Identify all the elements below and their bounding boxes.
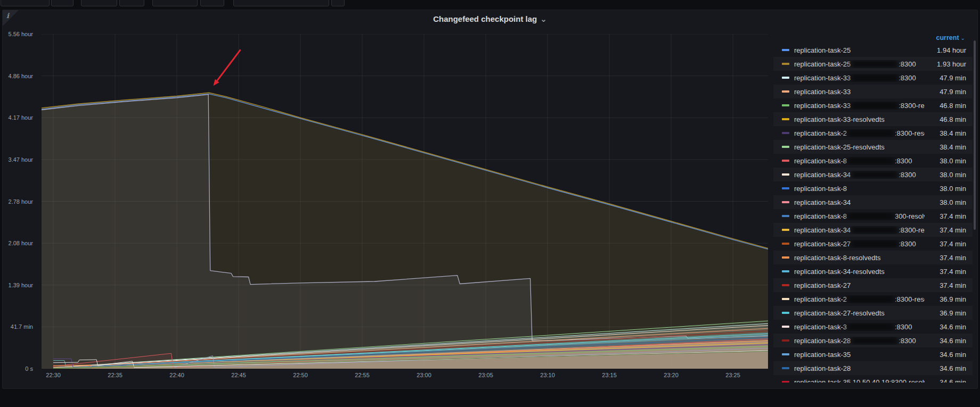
toolbar-box[interactable]: [152, 0, 198, 6]
toolbar-box[interactable]: [119, 0, 144, 6]
toolbar-box[interactable]: [51, 0, 74, 6]
y-tick-label: 4.86 hour: [9, 73, 33, 79]
legend-swatch[interactable]: [782, 173, 789, 176]
legend-swatch[interactable]: [782, 63, 789, 65]
legend-swatch[interactable]: [782, 270, 789, 272]
legend-row[interactable]: replication-task-28:830034.6 min: [773, 334, 973, 347]
legend-row[interactable]: replication-task-33-resolvedts46.8 min: [773, 112, 973, 126]
legend-swatch[interactable]: [782, 201, 789, 203]
legend-swatch[interactable]: [782, 229, 789, 231]
legend-row[interactable]: replication-task-838.0 min: [773, 181, 973, 195]
legend-row[interactable]: replication-task-2834.6 min: [773, 361, 973, 375]
legend-swatch[interactable]: [782, 118, 789, 120]
legend-row[interactable]: replication-task-3347.9 min: [773, 85, 973, 98]
legend-swatch[interactable]: [782, 284, 789, 286]
legend-series-name: replication-task-28: [794, 364, 925, 372]
legend-row[interactable]: replication-task-3534.6 min: [773, 347, 973, 361]
legend-row[interactable]: replication-task-27-resolvedts36.9 min: [773, 306, 973, 320]
legend-current-value: 36.9 min: [925, 309, 966, 317]
legend-row[interactable]: replication-task-34-resolvedts37.4 min: [773, 264, 973, 278]
legend-current-value: 38.0 min: [925, 171, 966, 179]
legend-series-name: replication-task-25: [794, 46, 925, 54]
y-tick-label: 4.17 hour: [9, 114, 33, 121]
legend-series-name: replication-task-2:8300-resolvedts: [794, 129, 925, 137]
legend-row[interactable]: replication-task-3:830034.6 min: [773, 320, 973, 334]
legend-row[interactable]: replication-task-8:830038.0 min: [773, 154, 973, 168]
legend-current-value: 1.93 hour: [925, 60, 966, 68]
legend-scrollbar[interactable]: [974, 40, 976, 230]
legend-current-value: 37.4 min: [925, 240, 966, 248]
legend-current-value: 34.6 min: [925, 378, 966, 383]
redacted-blur: [851, 240, 898, 248]
legend-swatch[interactable]: [782, 381, 789, 383]
legend-swatch[interactable]: [782, 215, 789, 217]
legend-swatch[interactable]: [782, 160, 789, 162]
x-tick-label: 22:45: [227, 372, 250, 378]
legend-series-name: replication-task-3:8300: [794, 323, 925, 331]
legend-rows: replication-task-251.94 hourreplication-…: [773, 43, 973, 383]
legend-row[interactable]: replication-task-25:83001.93 hour: [773, 57, 973, 71]
legend-swatch[interactable]: [782, 49, 789, 51]
legend-series-name: replication-task-33:8300-resolvedts: [794, 102, 925, 110]
legend-swatch[interactable]: [782, 146, 789, 148]
legend-series-name: replication-task-27:8300: [794, 240, 925, 248]
x-tick-label: 23:00: [412, 372, 436, 378]
toolbar-box[interactable]: [233, 0, 329, 6]
toolbar-box[interactable]: [81, 0, 117, 6]
legend-row[interactable]: replication-task-8-resolvedts37.4 min: [773, 251, 973, 264]
legend-current-value: 34.6 min: [925, 337, 966, 345]
legend-swatch[interactable]: [782, 243, 789, 245]
legend-swatch[interactable]: [782, 187, 789, 189]
legend-row[interactable]: replication-task-2:8300-resolvedts36.9 m…: [773, 292, 973, 306]
legend-current-value: 46.8 min: [925, 115, 966, 123]
redacted-blur: [851, 337, 898, 345]
toolbar-box[interactable]: [1, 0, 50, 6]
legend-swatch[interactable]: [782, 298, 789, 300]
legend-swatch[interactable]: [782, 312, 789, 314]
legend-row[interactable]: replication-task-251.94 hour: [773, 43, 973, 57]
legend-series-name: replication-task-34:8300-resolvedts: [794, 226, 925, 234]
toolbar-box[interactable]: [331, 0, 345, 6]
legend-row[interactable]: replication-task-27:830037.4 min: [773, 237, 973, 251]
toolbar-box[interactable]: [200, 0, 224, 6]
legend-row[interactable]: replication-task-25-resolvedts38.4 min: [773, 140, 973, 154]
legend-series-name: replication-task-35: [794, 351, 925, 359]
legend-swatch[interactable]: [782, 326, 789, 328]
legend-swatch[interactable]: [782, 132, 789, 134]
legend-swatch[interactable]: [782, 104, 789, 106]
legend-current-value: 37.4 min: [925, 254, 966, 262]
panel-title[interactable]: Changefeed checkpoint lag⌄: [3, 14, 977, 24]
legend-sort-current[interactable]: current: [936, 34, 959, 41]
legend-row[interactable]: replication-task-35 10.50.40.19:8300-res…: [773, 375, 973, 383]
legend-current-value: 34.6 min: [925, 323, 966, 331]
legend-row[interactable]: replication-task-33:8300-resolvedts46.8 …: [773, 98, 973, 112]
legend-row[interactable]: replication-task-8300-resolvedts37.4 min: [773, 209, 973, 223]
redacted-blur: [851, 102, 898, 110]
redacted-blur: [851, 226, 898, 234]
legend-series-name: replication-task-8300-resolvedts: [794, 212, 925, 220]
panel-title-text: Changefeed checkpoint lag: [433, 14, 537, 23]
grafana-dashboard: i Changefeed checkpoint lag⌄ 0 s41.7 min…: [0, 0, 980, 407]
x-tick-label: 22:40: [165, 372, 189, 378]
legend-row[interactable]: replication-task-34:8300-resolvedts37.4 …: [773, 223, 973, 237]
legend-swatch[interactable]: [782, 353, 789, 355]
legend-row[interactable]: replication-task-34:830038.0 min: [773, 168, 973, 181]
time-series-chart[interactable]: [42, 34, 768, 369]
legend-swatch[interactable]: [782, 90, 789, 93]
legend-row[interactable]: replication-task-2:8300-resolvedts38.4 m…: [773, 126, 973, 140]
legend-swatch[interactable]: [782, 339, 789, 342]
legend-row[interactable]: replication-task-33:830047.9 min: [773, 71, 973, 85]
legend-series-name: replication-task-34: [794, 198, 925, 206]
legend-swatch[interactable]: [782, 367, 789, 369]
redacted-blur: [851, 60, 898, 68]
x-tick-label: 22:50: [289, 372, 312, 378]
legend-swatch[interactable]: [782, 256, 789, 259]
legend-series-name: replication-task-8:8300: [794, 157, 925, 165]
x-tick-label: 23:10: [536, 372, 559, 378]
legend-series-name: replication-task-27: [794, 281, 925, 289]
legend-row[interactable]: replication-task-3438.0 min: [773, 195, 973, 209]
legend-row[interactable]: replication-task-2737.4 min: [773, 278, 973, 292]
x-tick-label: 22:35: [103, 372, 127, 378]
legend-table: current⌄ replication-task-251.94 hourrep…: [773, 32, 973, 383]
legend-swatch[interactable]: [782, 77, 789, 79]
